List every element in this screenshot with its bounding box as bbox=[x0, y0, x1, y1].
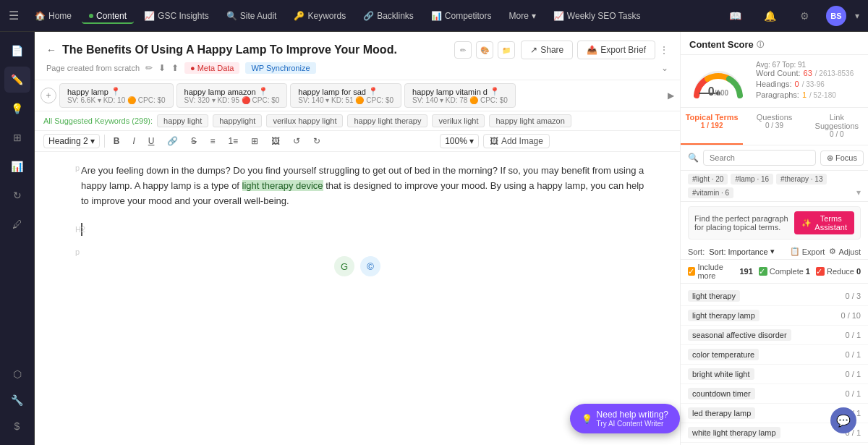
nav-item-more[interactable]: More ▾ bbox=[502, 8, 543, 24]
hash-tag-3[interactable]: #vitamin · 6 bbox=[688, 187, 733, 198]
hash-tag-0[interactable]: #light · 20 bbox=[688, 174, 728, 185]
sidebar-icon-grid[interactable]: ⊞ bbox=[4, 124, 30, 151]
keywords-scroll-icon[interactable]: ▶ bbox=[668, 90, 674, 101]
sidebar-icon-refresh[interactable]: ↻ bbox=[4, 182, 30, 208]
export-brief-button[interactable]: 📤 Export Brief bbox=[577, 41, 655, 59]
italic-button[interactable]: I bbox=[128, 135, 139, 148]
keyword-pill-0[interactable]: happy lamp 📍 SV: 6.6K ▾ KD: 10 🟠 CPC: $0 bbox=[59, 83, 174, 108]
term-item-1[interactable]: light therapy lamp 0 / 10 bbox=[681, 306, 868, 326]
folder-icon[interactable]: 📁 bbox=[498, 41, 515, 59]
filter-complete-checkbox[interactable]: ✓ bbox=[759, 267, 767, 276]
nav-item-competitors[interactable]: 📊 Competitors bbox=[424, 8, 499, 24]
keyword-pill-3[interactable]: happy lamp vitamin d 📍 SV: 140 ▾ KD: 78 … bbox=[404, 83, 516, 108]
search-input[interactable] bbox=[703, 150, 816, 166]
sidebar-icon-pen[interactable]: 🖊 bbox=[4, 211, 30, 237]
pencil-icon[interactable]: ✏ bbox=[145, 63, 153, 73]
hash-tag-1[interactable]: #lamp · 16 bbox=[731, 174, 773, 185]
nav-item-backlinks[interactable]: 🔗 Backlinks bbox=[356, 8, 421, 24]
term-name-2: seasonal affective disorder bbox=[688, 329, 791, 341]
term-item-2[interactable]: seasonal affective disorder 0 / 1 bbox=[681, 326, 868, 345]
table-button[interactable]: ⊞ bbox=[247, 135, 263, 148]
numbered-list-button[interactable]: 1≡ bbox=[224, 135, 242, 148]
undo-button[interactable]: ↺ bbox=[289, 135, 305, 148]
add-image-button[interactable]: 🖼 Add Image bbox=[483, 134, 550, 148]
sug-tag-4[interactable]: verilux light bbox=[432, 114, 485, 127]
export-button[interactable]: 📋 Export bbox=[790, 247, 825, 256]
sort-row: Sort: Sort: Importance ▾ 📋 Export ⚙ Adju… bbox=[681, 244, 868, 260]
nav-item-gsc[interactable]: 📈 GSC Insights bbox=[137, 8, 216, 24]
bold-button[interactable]: B bbox=[109, 135, 124, 148]
nav-item-keywords[interactable]: 🔑 Keywords bbox=[286, 8, 353, 24]
edit-title-icon[interactable]: ✏ bbox=[454, 41, 472, 59]
keyword-pill-1[interactable]: happy lamp amazon 📍 SV: 320 ▾ KD: 95 🔴 C… bbox=[176, 83, 288, 108]
underline-button[interactable]: U bbox=[144, 135, 159, 148]
tab-topical-terms[interactable]: Topical Terms 1 / 192 bbox=[681, 108, 743, 145]
info-icon[interactable]: ⓘ bbox=[757, 40, 764, 50]
filter-include-checkbox[interactable]: ✓ bbox=[688, 267, 695, 276]
heading-select[interactable]: Heading 2 ▾ bbox=[43, 134, 100, 148]
term-item-0[interactable]: light therapy 0 / 3 bbox=[681, 287, 868, 306]
more-options-icon[interactable]: ⋮ bbox=[660, 45, 668, 55]
editor-content[interactable]: p Are you feeling down in the dumps? Do … bbox=[35, 152, 680, 445]
strikethrough-button[interactable]: S̶ bbox=[187, 135, 201, 148]
expand-icon[interactable]: ▶ bbox=[665, 136, 671, 146]
wp-synchronize-tag[interactable]: WP Synchronize bbox=[245, 62, 315, 74]
scroll-right-icon[interactable]: ⌄ bbox=[661, 63, 668, 73]
image-button-2[interactable]: 🖼 bbox=[267, 135, 284, 148]
redo-button[interactable]: ↻ bbox=[309, 135, 325, 148]
sidebar-icon-chart[interactable]: 📊 bbox=[4, 153, 30, 179]
sug-tag-1[interactable]: happylight bbox=[213, 114, 262, 127]
tab-questions[interactable]: Questions 0 / 39 bbox=[743, 108, 805, 145]
sidebar-icon-pages[interactable]: 📄 bbox=[4, 38, 30, 64]
nav-item-home[interactable]: 🏠 Home bbox=[27, 8, 79, 24]
hash-tag-2[interactable]: #therapy · 13 bbox=[776, 174, 827, 185]
book-icon[interactable]: 📖 bbox=[722, 3, 748, 29]
back-button[interactable]: ← bbox=[46, 44, 56, 56]
term-item-3[interactable]: color temperature 0 / 1 bbox=[681, 345, 868, 365]
sug-tag-0[interactable]: happy light bbox=[157, 114, 208, 127]
sug-tag-3[interactable]: happy light therapy bbox=[347, 114, 427, 127]
focus-button[interactable]: ⊕ Focus bbox=[820, 151, 864, 166]
hashtags-row: #light · 20 #lamp · 16 #therapy · 13 #vi… bbox=[681, 171, 868, 202]
help-writing-button[interactable]: 💡 Need help writing? Try AI Content Writ… bbox=[570, 404, 680, 433]
grammarly-icon[interactable]: G bbox=[334, 256, 354, 276]
keyword-pill-2[interactable]: happy lamp for sad 📍 SV: 140 ▾ KD: 51 🟠 … bbox=[290, 83, 401, 108]
download-icon[interactable]: ⬇ bbox=[158, 63, 166, 73]
bullet-list-button[interactable]: ≡ bbox=[205, 135, 219, 148]
ai-writer-icon[interactable]: © bbox=[360, 256, 380, 276]
chevron-down-icon-avatar[interactable]: ▾ bbox=[855, 11, 859, 21]
sug-tag-5[interactable]: happy light amazon bbox=[489, 114, 571, 127]
nav-item-content[interactable]: Content bbox=[82, 8, 134, 24]
tab-link-suggestions[interactable]: Link Suggestions 0 / 0 bbox=[806, 108, 868, 145]
avatar[interactable]: BS bbox=[826, 6, 846, 26]
link-button[interactable]: 🔗 bbox=[163, 135, 182, 148]
sort-select[interactable]: Sort: Importance ▾ bbox=[709, 247, 774, 256]
nav-item-site-audit[interactable]: 🔍 Site Audit bbox=[219, 8, 284, 24]
menu-icon[interactable]: ☰ bbox=[9, 9, 19, 22]
filter-reduce-checkbox[interactable]: ✓ bbox=[816, 267, 825, 276]
terms-assistant-button[interactable]: ✨ Terms Assistant bbox=[794, 211, 854, 234]
term-item-4[interactable]: bright white light 0 / 1 bbox=[681, 365, 868, 384]
export-icon: 📤 bbox=[587, 45, 597, 55]
editor-h2-line[interactable]: H2 bbox=[64, 217, 651, 242]
add-keyword-button[interactable]: + bbox=[41, 88, 56, 103]
chat-icon[interactable]: 💬 bbox=[830, 407, 856, 433]
sidebar-icon-layers[interactable]: ⬡ bbox=[4, 361, 30, 387]
sug-tag-2[interactable]: verilux happy light bbox=[266, 114, 343, 127]
sidebar-icon-content[interactable]: ✏️ bbox=[4, 67, 30, 93]
bell-icon[interactable]: 🔔 bbox=[757, 3, 783, 29]
chevron-down-hashtags[interactable]: ▾ bbox=[856, 187, 861, 198]
sidebar-icon-dollar[interactable]: $ bbox=[4, 413, 30, 439]
h2-cursor-area bbox=[81, 223, 651, 236]
upload-icon[interactable]: ⬆ bbox=[171, 63, 179, 73]
meta-data-tag[interactable]: ● Meta Data bbox=[184, 62, 239, 74]
nav-item-weekly-seo[interactable]: 📈 Weekly SEO Tasks bbox=[546, 8, 648, 24]
share-button[interactable]: ↗ Share bbox=[521, 41, 573, 59]
term-item-5[interactable]: countdown timer 0 / 1 bbox=[681, 384, 868, 404]
gear-icon[interactable]: ⚙ bbox=[791, 3, 817, 29]
sidebar-icon-lightbulb[interactable]: 💡 bbox=[4, 96, 30, 122]
sidebar-icon-settings2[interactable]: 🔧 bbox=[4, 387, 30, 413]
zoom-select[interactable]: 100% ▾ bbox=[440, 134, 479, 148]
color-icon[interactable]: 🎨 bbox=[476, 41, 493, 59]
adjust-button[interactable]: ⚙ Adjust bbox=[829, 247, 861, 256]
